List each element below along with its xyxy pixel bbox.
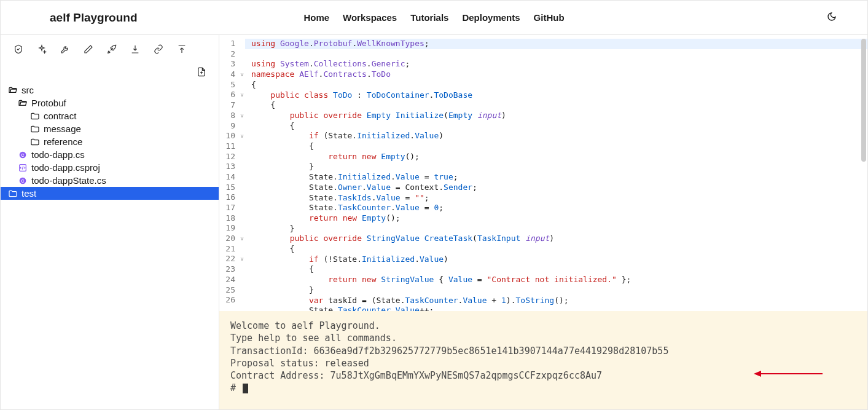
fold-gutter: vvvvvv <box>239 35 245 311</box>
terminal-line: Type help to see all commands. <box>230 332 856 344</box>
line-number: 14 <box>219 172 235 183</box>
rocket-icon <box>107 44 117 54</box>
new-file-button[interactable] <box>197 67 206 79</box>
wrench-icon <box>60 44 70 54</box>
line-number: 5 <box>219 80 235 90</box>
tree-item-label: todo-dapp.csproj <box>31 162 100 173</box>
line-number: 25 <box>219 285 235 296</box>
fold-marker <box>239 264 245 275</box>
edit-button[interactable] <box>83 44 94 55</box>
nav-tutorials[interactable]: Tutorials <box>410 12 448 23</box>
tree-item-protobuf[interactable]: Protobuf <box>1 97 219 109</box>
folder-icon <box>8 189 18 199</box>
download-button[interactable] <box>130 44 141 55</box>
tree-item-src[interactable]: src <box>1 84 219 97</box>
upload-icon <box>177 44 187 54</box>
upload-button[interactable] <box>176 44 187 55</box>
tree-item-contract[interactable]: contract <box>1 109 219 122</box>
fold-marker[interactable]: v <box>239 90 245 100</box>
code-line: { <box>251 80 256 89</box>
new-file-icon <box>197 67 206 77</box>
csproj-file-icon <box>18 163 28 173</box>
fold-marker <box>239 213 245 224</box>
code-line: State.Owner.Value = Context.Sender; <box>251 183 477 192</box>
code-line: namespace AElf.Contracts.ToDo <box>251 69 391 79</box>
brand-title[interactable]: aelf Playground <box>50 11 138 25</box>
fold-marker <box>239 100 245 111</box>
ai-button[interactable] <box>36 44 47 55</box>
nav-deployments[interactable]: Deployments <box>462 12 520 23</box>
code-line: } <box>251 285 314 294</box>
code-line: { <box>251 121 294 130</box>
cs-file-icon: C <box>18 150 28 160</box>
fold-marker <box>239 152 245 162</box>
code-line: public override StringValue CreateTask(T… <box>251 234 554 243</box>
tree-item-todo-dapp-csproj[interactable]: todo-dapp.csproj <box>1 161 219 174</box>
fold-marker[interactable]: v <box>239 234 245 244</box>
line-number: 4 <box>219 69 235 80</box>
theme-toggle-button[interactable] <box>827 12 837 23</box>
code-line: public class ToDo : ToDoContainer.ToDoBa… <box>251 90 472 100</box>
terminal-panel[interactable]: Welcome to aelf Playground.Type help to … <box>219 311 867 410</box>
fold-marker <box>239 162 245 172</box>
cs-file-icon: C <box>18 176 28 186</box>
scrollbar-vertical[interactable] <box>861 39 866 162</box>
shield-check-icon <box>14 44 23 54</box>
line-number: 18 <box>219 213 235 224</box>
line-number: 7 <box>219 100 235 111</box>
code-line: { <box>251 264 314 274</box>
sidebar-toolbar <box>1 35 219 63</box>
line-number: 16 <box>219 192 235 203</box>
code-line: return new Empty(); <box>251 152 420 161</box>
fold-marker <box>239 39 245 49</box>
nav-home[interactable]: Home <box>303 12 329 23</box>
tree-item-label: reference <box>44 136 82 147</box>
tree-item-label: todo-dappState.cs <box>31 175 106 186</box>
line-number: 19 <box>219 223 235 234</box>
fold-marker <box>239 80 245 90</box>
line-number: 12 <box>219 152 235 162</box>
fold-marker[interactable]: v <box>239 69 245 80</box>
code-line: public override Empty Initialize(Empty i… <box>251 111 506 120</box>
folder-icon <box>30 137 40 147</box>
fold-marker <box>239 59 245 69</box>
svg-text:C: C <box>22 178 25 183</box>
fold-marker[interactable]: v <box>239 254 245 264</box>
tree-item-todo-dapp-cs[interactable]: Ctodo-dapp.cs <box>1 148 219 161</box>
code-line: using Google.Protobuf.WellKnownTypes; <box>245 39 867 49</box>
code-editor[interactable]: 1234567891011121314151617181920212223242… <box>219 35 867 311</box>
deploy-button[interactable] <box>106 44 117 55</box>
fold-marker <box>239 203 245 213</box>
line-number: 1 <box>219 39 235 49</box>
nav-workspaces[interactable]: Workspaces <box>343 12 397 23</box>
link-button[interactable] <box>153 44 164 55</box>
sparkle-icon <box>37 44 47 54</box>
tree-item-message[interactable]: message <box>1 122 219 135</box>
fold-marker[interactable]: v <box>239 111 245 121</box>
fold-marker <box>239 295 245 306</box>
build-button[interactable] <box>60 44 71 55</box>
terminal-prompt: # <box>230 382 236 393</box>
code-line: return new Empty(); <box>251 213 401 223</box>
code-line: var taskId = (State.TaskCounter.Value + … <box>251 296 569 305</box>
fold-marker[interactable]: v <box>239 131 245 141</box>
tree-item-label: todo-dapp.cs <box>31 149 85 160</box>
code-line: State.TaskCounter.Value = 0; <box>251 203 444 212</box>
tree-item-reference[interactable]: reference <box>1 135 219 148</box>
tree-item-label: message <box>44 124 81 134</box>
code-line: State.Initialized.Value = true; <box>251 172 458 181</box>
fold-marker <box>239 172 245 183</box>
code-content[interactable]: using Google.Protobuf.WellKnownTypes; us… <box>245 35 867 311</box>
nav-github[interactable]: GitHub <box>534 12 565 23</box>
fold-marker <box>239 223 245 234</box>
tree-item-test[interactable]: test <box>1 187 219 200</box>
svg-text:C: C <box>22 152 25 157</box>
audit-button[interactable] <box>13 44 24 55</box>
line-number: 3 <box>219 59 235 69</box>
tree-item-todo-dappstate-cs[interactable]: Ctodo-dappState.cs <box>1 174 219 187</box>
fold-marker <box>239 141 245 152</box>
line-number: 9 <box>219 121 235 132</box>
line-number: 11 <box>219 141 235 152</box>
tree-item-label: contract <box>44 111 76 121</box>
code-line: State.TaskCounter.Value++; <box>251 306 434 311</box>
